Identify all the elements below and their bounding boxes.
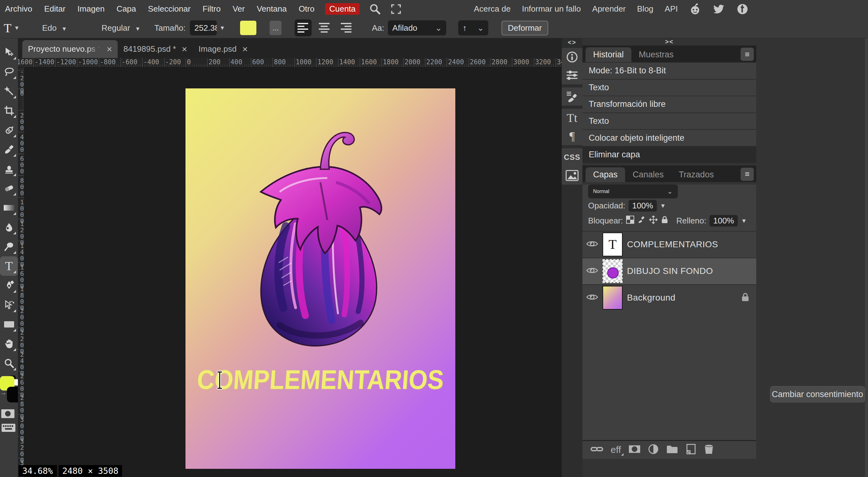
menu-item[interactable]: Ventana [257, 4, 286, 14]
size-dropdown-icon[interactable]: ▼ [219, 25, 225, 31]
panel-tab[interactable]: Canales [625, 167, 671, 182]
text-color-swatch[interactable] [240, 21, 256, 35]
menu-item[interactable]: Archivo [5, 4, 32, 14]
antialias-select[interactable]: Afilado⌄ [388, 21, 446, 35]
close-icon[interactable]: × [181, 44, 187, 55]
rectangle-tool[interactable] [0, 315, 18, 334]
menu-link[interactable]: Blog [637, 4, 653, 14]
layer-visibility-icon[interactable] [586, 240, 598, 249]
clone-stamp-tool[interactable] [0, 159, 18, 179]
text-orientation-select[interactable]: ↑⌄ [458, 21, 488, 35]
warp-text-button[interactable]: Deformar [501, 21, 548, 35]
align-left-button[interactable] [294, 20, 312, 36]
fill-slider-icon[interactable]: ▼ [741, 217, 747, 225]
new-layer-button[interactable] [686, 444, 696, 456]
adjustments-panel-button[interactable] [562, 66, 583, 84]
history-step[interactable]: Eliminar capa [583, 146, 756, 163]
opacity-input[interactable]: 100% [628, 200, 657, 211]
info-panel-button[interactable] [562, 48, 583, 66]
close-icon[interactable]: × [241, 44, 248, 55]
layer-name[interactable]: Background [627, 293, 675, 303]
color-swatches-widget[interactable]: → [0, 375, 18, 405]
gradient-tool[interactable] [0, 198, 18, 217]
lock-all-icon[interactable] [661, 216, 668, 226]
layer-thumbnail[interactable]: T [603, 286, 622, 309]
canvas-viewport[interactable]: COMPLEMENTARIOS [25, 67, 562, 477]
keyboard-shortcuts-button[interactable] [1, 423, 18, 434]
search-icon[interactable] [369, 3, 381, 15]
blur-tool[interactable] [0, 217, 18, 237]
history-step[interactable]: Colocar objeto inteligente [583, 129, 756, 146]
menu-item[interactable]: Seleccionar [148, 4, 191, 14]
panel-menu-icon[interactable]: ≡ [741, 48, 754, 61]
image-panel-button[interactable] [562, 166, 583, 184]
new-group-button[interactable] [666, 444, 678, 455]
hand-tool[interactable] [0, 334, 18, 353]
panel-tab[interactable]: Historial [586, 47, 631, 62]
zoom-level[interactable]: 34.68% [19, 465, 57, 477]
font-family-select[interactable]: Edo ▼ [42, 23, 67, 33]
menu-link[interactable]: Informar un fallo [522, 4, 581, 14]
layer-name[interactable]: COMPLEMENTARIOS [627, 239, 718, 249]
menu-link[interactable]: Acerca de [474, 4, 510, 14]
move-tool[interactable] [0, 43, 18, 62]
size-input[interactable]: 252.38 [190, 21, 217, 35]
type-tool-dropdown-icon[interactable]: ▼ [14, 25, 20, 31]
panel-tab[interactable]: Muestras [631, 47, 681, 62]
layer-visibility-icon[interactable] [586, 293, 598, 302]
scrollbar-track[interactable] [865, 38, 868, 477]
lock-position-icon[interactable] [649, 216, 657, 226]
layer-row[interactable]: T DIBUJO SIN FONDO [583, 258, 756, 284]
path-select-tool[interactable] [0, 295, 18, 315]
document-canvas[interactable]: COMPLEMENTARIOS [185, 89, 455, 469]
healing-tool[interactable] [0, 121, 18, 140]
layer-row[interactable]: T COMPLEMENTARIOS [583, 231, 756, 258]
crop-tool[interactable] [0, 101, 18, 121]
align-center-button[interactable] [316, 20, 333, 36]
link-layers-icon[interactable] [591, 445, 603, 454]
font-style-select[interactable]: Regular ▼ [102, 23, 141, 33]
dodge-tool[interactable] [0, 237, 18, 257]
canvas-text[interactable]: COMPLEMENTARIOS [185, 364, 457, 396]
pen-tool[interactable] [0, 276, 18, 295]
character-panel-button[interactable]: Tt [562, 109, 583, 127]
panel-menu-icon[interactable]: ≡ [741, 168, 754, 181]
menu-item[interactable]: Otro [299, 4, 315, 14]
swap-colors-icon[interactable]: → [0, 389, 6, 397]
menu-link[interactable]: API [665, 4, 678, 14]
type-tool[interactable]: T [0, 257, 18, 276]
layer-thumbnail[interactable]: T [603, 233, 622, 256]
document-tab[interactable]: Image.psd × [193, 40, 253, 58]
fullscreen-icon[interactable] [391, 3, 402, 15]
menu-item[interactable]: Imagen [78, 4, 105, 14]
history-step[interactable]: Texto [583, 112, 756, 130]
brush-settings-panel-button[interactable] [562, 88, 583, 106]
layer-thumbnail[interactable]: T [603, 260, 622, 282]
panel-tab[interactable]: Trazados [671, 167, 721, 182]
account-button[interactable]: Cuenta [325, 3, 360, 15]
blend-mode-select[interactable]: Normal ⌄ [588, 184, 678, 198]
layer-effects-button[interactable]: eff [611, 444, 621, 455]
document-tab[interactable]: 8419895.psd * × [118, 40, 193, 58]
lock-pixels-icon[interactable] [638, 216, 646, 226]
layer-row[interactable]: T Background [583, 284, 756, 311]
collapse-panel-handle[interactable]: >< [583, 38, 756, 45]
more-options-button[interactable]: ... [270, 21, 281, 35]
collapse-panels-handle[interactable]: <> [562, 38, 583, 48]
eraser-tool[interactable] [0, 179, 18, 198]
layer-name[interactable]: DIBUJO SIN FONDO [627, 266, 713, 276]
add-mask-button[interactable] [628, 445, 641, 455]
paragraph-panel-button[interactable]: ¶ [562, 127, 583, 145]
horizontal-ruler[interactable]: -1600-1400-1200-1000-800-600-400-2000200… [18, 58, 562, 67]
opacity-slider-icon[interactable]: ▼ [660, 202, 666, 209]
menu-item[interactable]: Ver [232, 4, 245, 14]
menu-item[interactable]: Editar [44, 4, 66, 14]
lock-transparency-icon[interactable] [626, 216, 634, 226]
brush-tool[interactable] [0, 140, 18, 159]
vertical-ruler[interactable]: -200020040060080010001200140016001800200… [18, 67, 25, 477]
menu-link[interactable]: Aprender [592, 4, 626, 14]
close-icon[interactable]: × [105, 44, 112, 55]
magic-wand-tool[interactable] [0, 81, 18, 101]
layer-visibility-icon[interactable] [586, 266, 598, 276]
menu-item[interactable]: Filtro [203, 4, 221, 14]
